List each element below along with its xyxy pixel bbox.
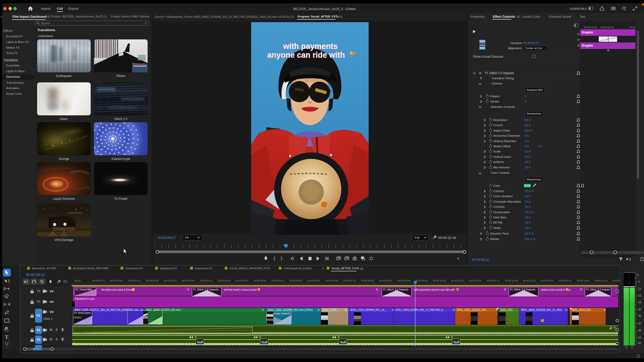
svg-text:with payments: with payments — [283, 42, 338, 51]
svg-text:}: } — [280, 256, 283, 261]
svg-text:{: { — [273, 256, 276, 261]
svg-text:anyone can ride with: anyone can ride with — [267, 50, 345, 59]
